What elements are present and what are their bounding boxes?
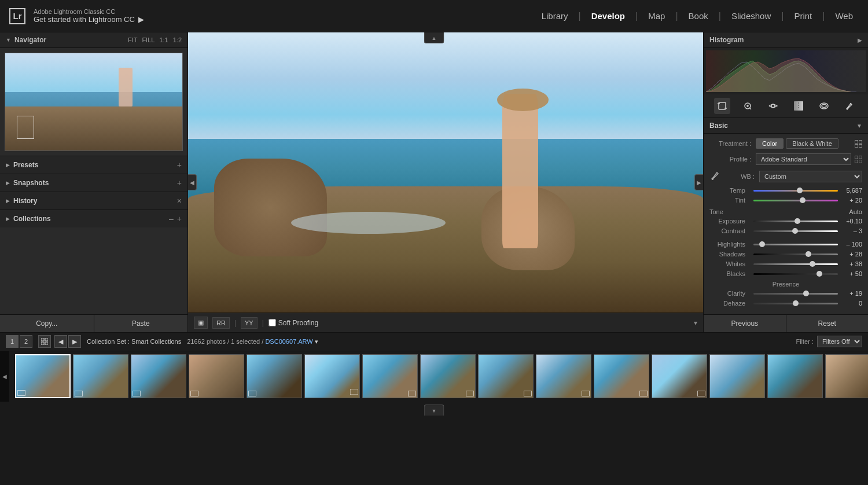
nav-library[interactable]: Library — [534, 8, 576, 24]
radial-gradient-tool[interactable] — [816, 98, 832, 114]
exposure-thumb[interactable] — [795, 218, 800, 224]
next-photo-arrow[interactable]: ▶ — [68, 335, 81, 348]
history-clear-btn[interactable]: × — [177, 197, 182, 205]
filmstrip-grid-btn[interactable] — [38, 335, 51, 348]
grid-btn-rr[interactable]: RR — [212, 317, 230, 329]
nav-slideshow[interactable]: Slideshow — [723, 8, 779, 24]
film-thumb-15[interactable] — [825, 354, 868, 398]
right-panel-collapse[interactable]: ▶ — [694, 174, 703, 190]
wb-select[interactable]: Custom — [759, 171, 862, 182]
zoom-1-1[interactable]: 1:1 — [159, 36, 168, 43]
zoom-1-2[interactable]: 1:2 — [173, 36, 182, 43]
top-expand-btn[interactable]: ▲ — [424, 32, 444, 43]
zoom-fill[interactable]: FILL — [142, 36, 155, 43]
left-panel-collapse[interactable]: ◀ — [188, 174, 197, 190]
paste-button[interactable]: Paste — [94, 315, 188, 332]
dehaze-track[interactable] — [753, 303, 838, 304]
navigator-collapse-arrow[interactable]: ▼ — [6, 37, 11, 43]
collections-header[interactable]: ▶ Collections – + — [0, 210, 187, 227]
nav-develop[interactable]: Develop — [583, 8, 633, 24]
toolbar-expand-btn[interactable]: ▾ — [694, 319, 697, 327]
film-thumb-6[interactable] — [304, 354, 360, 398]
linear-gradient-tool[interactable] — [790, 98, 807, 114]
profile-select[interactable]: Adobe Standard — [756, 153, 851, 165]
snapshots-header[interactable]: ▶ Snapshots + — [0, 174, 187, 192]
presets-header[interactable]: ▶ Presets + — [0, 156, 187, 174]
whites-track[interactable] — [753, 263, 838, 265]
treatment-bw-btn[interactable]: Black & White — [786, 138, 838, 149]
profile-browse-icon[interactable] — [855, 156, 862, 163]
film-thumb-7[interactable] — [362, 354, 418, 398]
crop-tool[interactable] — [714, 98, 730, 114]
grid-btn-yy[interactable]: YY — [241, 317, 258, 329]
presets-add-btn[interactable]: + — [177, 161, 182, 169]
film-thumb-9[interactable] — [478, 354, 534, 398]
film-thumb-8[interactable] — [420, 354, 476, 398]
shadows-thumb[interactable] — [806, 251, 811, 257]
history-header[interactable]: ▶ History × — [0, 192, 187, 210]
filename-link[interactable]: DSC00607.ARW — [265, 338, 312, 345]
collections-add-btn[interactable]: + — [177, 215, 182, 223]
previous-button[interactable]: Previous — [704, 315, 786, 332]
tint-track[interactable] — [753, 200, 838, 201]
tone-auto-btn[interactable]: Auto — [849, 208, 862, 215]
film-thumb-12[interactable] — [652, 354, 707, 398]
treatment-color-btn[interactable]: Color — [756, 138, 784, 149]
exposure-track[interactable] — [753, 221, 838, 222]
temp-track[interactable] — [753, 190, 838, 192]
eyedropper-icon[interactable] — [709, 170, 721, 183]
clarity-thumb[interactable] — [803, 291, 809, 296]
bottom-expand-btn[interactable]: ▼ — [424, 405, 444, 416]
soft-proofing-checkbox[interactable] — [269, 319, 276, 326]
main-photo[interactable] — [188, 32, 703, 313]
film-thumb-5[interactable] — [247, 354, 302, 398]
basic-collapse-arrow: ▼ — [856, 123, 862, 129]
basic-header[interactable]: Basic ▼ — [704, 118, 868, 134]
blacks-thumb[interactable] — [816, 271, 822, 277]
adjustment-brush-tool[interactable] — [841, 98, 858, 114]
copy-button[interactable]: Copy... — [0, 315, 94, 332]
highlights-track[interactable] — [753, 244, 838, 245]
contrast-thumb[interactable] — [792, 228, 798, 234]
filter-select[interactable]: Filters Off — [817, 336, 862, 347]
nav-print[interactable]: Print — [786, 8, 820, 24]
contrast-track[interactable] — [753, 230, 838, 232]
prev-photo-arrow[interactable]: ◀ — [54, 335, 67, 348]
collection-num-2[interactable]: 2 — [20, 335, 32, 348]
nav-web[interactable]: Web — [827, 8, 861, 24]
collection-num-1[interactable]: 1 — [6, 335, 19, 348]
tint-thumb[interactable] — [800, 197, 806, 203]
view-mode-btn[interactable]: ▣ — [194, 317, 208, 329]
film-thumb-14[interactable] — [767, 354, 823, 398]
basic-section: Treatment : Color Black & White — [704, 134, 868, 314]
film-thumb-2[interactable] — [73, 354, 128, 398]
nav-map[interactable]: Map — [640, 8, 673, 24]
film-thumb-1[interactable] — [15, 354, 71, 398]
temp-thumb[interactable] — [797, 188, 803, 193]
whites-thumb[interactable] — [810, 261, 815, 267]
film-thumb-4[interactable] — [189, 354, 244, 398]
reset-button[interactable]: Reset — [786, 315, 869, 332]
film-thumb-10[interactable] — [536, 354, 591, 398]
histogram-collapse[interactable]: ▶ — [858, 37, 862, 43]
shadows-track[interactable] — [753, 253, 838, 255]
nav-book[interactable]: Book — [681, 8, 716, 24]
profile-grid-icon[interactable] — [855, 140, 862, 148]
collections-remove-btn[interactable]: – — [169, 215, 174, 223]
soft-proofing-toggle[interactable]: Soft Proofing — [269, 319, 318, 327]
spot-removal-tool[interactable] — [740, 98, 756, 114]
highlights-thumb[interactable] — [759, 241, 765, 247]
film-thumb-11[interactable] — [594, 354, 649, 398]
dehaze-thumb[interactable] — [793, 300, 799, 306]
redeye-tool[interactable] — [765, 98, 781, 114]
blacks-track[interactable] — [753, 273, 838, 275]
navigator-rect — [17, 116, 34, 139]
zoom-fit[interactable]: FIT — [128, 36, 138, 43]
clarity-track[interactable] — [753, 293, 838, 295]
filmstrip-left-arrow[interactable]: ◀ — [0, 351, 9, 402]
snapshots-add-btn[interactable]: + — [177, 179, 182, 187]
svg-point-12 — [822, 105, 826, 108]
film-thumb-3[interactable] — [131, 354, 186, 398]
film-thumb-13[interactable] — [709, 354, 765, 398]
navigator-image[interactable] — [5, 53, 183, 151]
